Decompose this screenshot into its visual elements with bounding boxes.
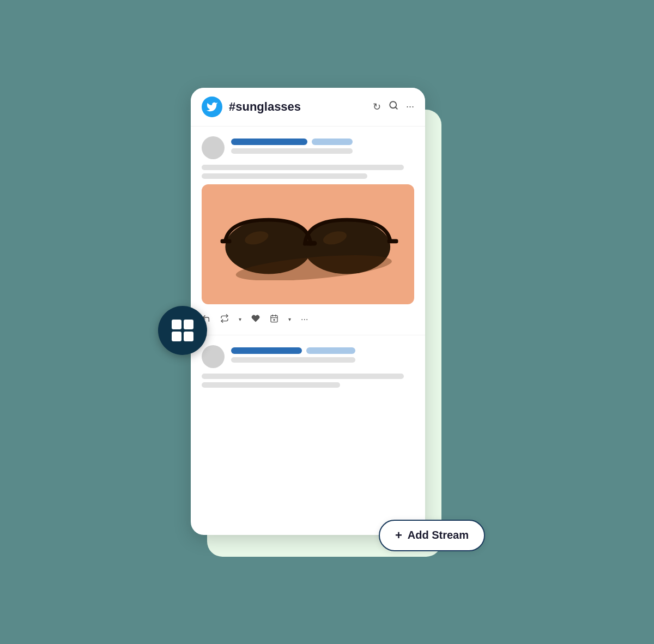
main-card: #sunglasses ↻ ··· xyxy=(191,88,425,535)
avatar-2 xyxy=(202,345,225,368)
tweet-actions-1: ▾ ▾ ··· xyxy=(202,310,414,325)
add-stream-button[interactable]: + Add Stream xyxy=(379,520,485,551)
tweet-meta-2 xyxy=(231,347,355,366)
text-line-2b xyxy=(202,374,404,379)
calendar-chevron-icon[interactable]: ▾ xyxy=(288,316,291,322)
text-line-2a xyxy=(231,357,355,363)
retweet-icon[interactable] xyxy=(220,314,229,325)
handle-bar-2 xyxy=(306,347,355,354)
like-icon[interactable] xyxy=(251,314,260,325)
scene: #sunglasses ↻ ··· xyxy=(185,77,469,568)
svg-rect-17 xyxy=(184,320,193,329)
avatar-1 xyxy=(202,136,225,159)
svg-line-1 xyxy=(395,107,397,109)
name-bar-1 xyxy=(231,139,307,145)
header-actions: ↻ ··· xyxy=(373,100,414,113)
tweet-header-1 xyxy=(202,136,414,159)
tweet-meta-1 xyxy=(231,139,353,157)
handle-bar-1 xyxy=(312,139,353,145)
text-line-1c xyxy=(202,173,367,179)
hashtag-label: #sunglasses xyxy=(229,100,366,114)
search-icon[interactable] xyxy=(389,100,398,113)
text-line-1a xyxy=(231,148,353,154)
sunglasses-svg xyxy=(217,208,398,280)
dashboard-button[interactable] xyxy=(158,306,207,355)
dashboard-grid-svg xyxy=(171,318,195,342)
refresh-icon[interactable]: ↻ xyxy=(373,101,381,113)
text-line-2c xyxy=(202,382,340,388)
svg-rect-18 xyxy=(172,332,181,341)
text-line-1b xyxy=(202,165,404,170)
svg-rect-19 xyxy=(184,332,193,341)
more-icon[interactable]: ··· xyxy=(406,101,414,112)
name-line-1 xyxy=(231,139,353,145)
plus-icon: + xyxy=(395,528,402,543)
twitter-bird-svg xyxy=(206,101,218,113)
more-actions-icon[interactable]: ··· xyxy=(301,315,308,324)
tweet-image-1 xyxy=(202,184,414,304)
name-line-2 xyxy=(231,347,355,354)
calendar-icon[interactable] xyxy=(270,314,278,325)
twitter-icon xyxy=(202,97,222,117)
retweet-chevron-icon[interactable]: ▾ xyxy=(239,316,241,322)
dashboard-icon xyxy=(171,318,195,342)
tweet-card-2 xyxy=(191,335,425,401)
svg-rect-16 xyxy=(172,320,181,329)
name-bar-2 xyxy=(231,347,302,354)
tweet-header-2 xyxy=(202,345,414,368)
add-stream-label: Add Stream xyxy=(408,529,469,541)
header-bar: #sunglasses ↻ ··· xyxy=(191,88,425,127)
tweet-card-1: ▾ ▾ ··· xyxy=(191,127,425,335)
